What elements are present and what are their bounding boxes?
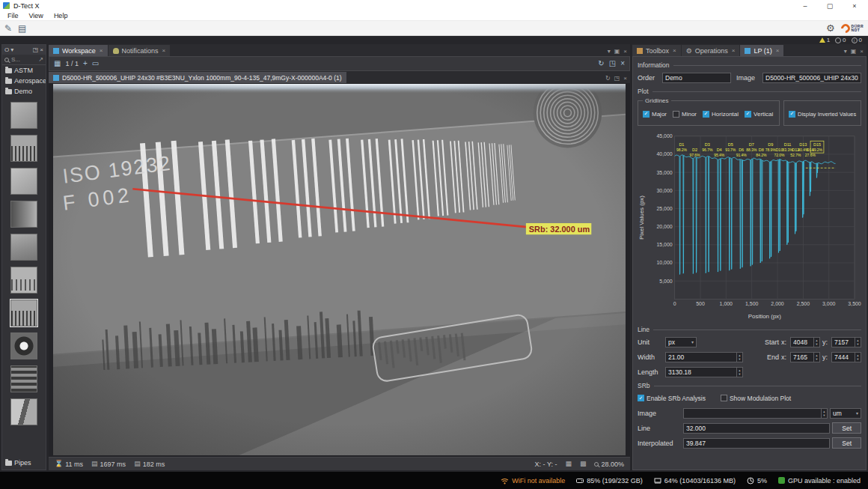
close-panel-icon[interactable]: ×: [860, 48, 864, 55]
close-panel-icon[interactable]: ×: [623, 48, 627, 55]
tab-toolbox[interactable]: Toolbox ×: [632, 45, 681, 56]
srb-image-dropdown[interactable]: ▴▾: [683, 408, 828, 419]
length-field[interactable]: 3130.18▴▾: [665, 367, 743, 377]
close-tab-icon[interactable]: ×: [776, 47, 780, 54]
spinner-icon[interactable]: ▴▾: [813, 338, 819, 347]
srb-unit-dropdown[interactable]: um▾: [830, 408, 861, 419]
end-y-field[interactable]: 7444▴▾: [831, 352, 861, 362]
close-view-icon[interactable]: ×: [620, 60, 625, 67]
close-tab-icon[interactable]: ×: [100, 47, 103, 54]
refresh-icon[interactable]: ↻: [598, 60, 604, 67]
close-tab-icon[interactable]: ×: [162, 47, 166, 54]
chevron-down-icon[interactable]: ▾: [10, 46, 13, 53]
tree-item-astm[interactable]: ASTM: [2, 65, 46, 76]
zoom-control[interactable]: 28.00%: [594, 461, 624, 468]
chevron-down-icon: ▾: [691, 339, 694, 344]
spinner-icon[interactable]: ▴▾: [821, 409, 827, 418]
grid-icon[interactable]: ▦: [565, 461, 572, 467]
xray-image[interactable]: ISO 19232 F 002 SRb: 32.000 um: [53, 84, 626, 455]
display-inverted-checkbox[interactable]: ✓Display Inverted Values: [789, 111, 856, 118]
warning-badge[interactable]: 1: [819, 37, 830, 43]
tree-item-pipes[interactable]: Pipes: [2, 458, 46, 468]
spinner-icon[interactable]: ▴▾: [855, 338, 861, 347]
image-tab[interactable]: D5000-HR_500006_UHIP 24x30 #B3E3NU_Yxlon…: [49, 72, 346, 83]
menu-file[interactable]: File: [2, 12, 24, 19]
width-field[interactable]: 21.00▴▾: [665, 352, 743, 362]
menu-view[interactable]: View: [24, 12, 49, 19]
info-badge[interactable]: i0: [852, 37, 862, 43]
maximize-icon[interactable]: ◳: [609, 60, 616, 67]
show-modulation-checkbox[interactable]: ✓Show Modulation Plot: [721, 395, 791, 402]
srb-line-set-button[interactable]: Set: [832, 422, 861, 434]
window-title: D-Tect X: [13, 2, 40, 10]
edit-report-icon[interactable]: ✎: [4, 24, 12, 33]
tab-workspace[interactable]: Workspace ×: [49, 45, 108, 56]
spinner-icon[interactable]: ▴▾: [736, 368, 742, 377]
dock-icon[interactable]: ▣: [851, 48, 857, 55]
browser-panel-header: O ▾ ◳ ×: [2, 45, 46, 55]
srb-interpolated-set-button[interactable]: Set: [832, 437, 861, 449]
tab-lp[interactable]: LP (1) ×: [740, 45, 783, 56]
start-x-field[interactable]: 4048▴▾: [790, 337, 820, 347]
srb-interpolated-field[interactable]: 39.847: [683, 438, 830, 449]
horizontal-gridlines-checkbox[interactable]: ✓Horizontal: [703, 111, 739, 118]
minor-gridlines-checkbox[interactable]: ✓Minor: [673, 111, 697, 118]
svg-text:500: 500: [696, 301, 705, 306]
image-field[interactable]: D5000-HR_500006_UHIP 24x30 #B3E3NU_Yxlon…: [762, 73, 861, 83]
close-image-icon[interactable]: ×: [623, 75, 627, 82]
grid-dots-icon[interactable]: ▩: [580, 461, 587, 467]
expand-icon[interactable]: ↗: [38, 56, 43, 63]
report-list-icon[interactable]: ▤: [18, 24, 26, 33]
spinner-icon[interactable]: ▴▾: [813, 353, 819, 362]
image-thumbnail[interactable]: [10, 234, 37, 261]
close-tab-icon[interactable]: ×: [673, 47, 676, 54]
close-tab-icon[interactable]: ×: [732, 47, 736, 54]
menu-help[interactable]: Help: [49, 12, 73, 19]
image-thumbnail[interactable]: [10, 332, 37, 359]
add-page-icon[interactable]: +: [83, 60, 88, 67]
image-thumbnail[interactable]: [10, 102, 37, 129]
image-viewer[interactable]: ISO 19232 F 002 SRb: 32.000 um: [49, 83, 630, 457]
dock-icon[interactable]: ▣: [614, 48, 620, 55]
tab-operations[interactable]: ⚙ Operations ×: [682, 45, 740, 56]
right-tabbar: Toolbox × ⚙ Operations × LP (1) × ▾ ▣ ×: [632, 44, 867, 56]
image-thumbnail[interactable]: [10, 168, 37, 195]
spinner-icon[interactable]: ▴▾: [855, 353, 861, 362]
image-thumbnail[interactable]: [10, 365, 37, 392]
panel-close-icon[interactable]: ×: [40, 46, 43, 53]
search-input[interactable]: S...: [11, 56, 20, 63]
error-badge[interactable]: 0: [835, 37, 846, 43]
spinner-icon[interactable]: ▴▾: [736, 353, 742, 362]
unit-dropdown[interactable]: px▾: [665, 337, 697, 347]
browser-search-row[interactable]: S... ↗: [2, 55, 46, 65]
close-button[interactable]: ×: [844, 0, 865, 11]
maximize-icon[interactable]: ◳: [614, 75, 620, 82]
image-thumbnail[interactable]: [10, 201, 37, 228]
end-x-field[interactable]: 7165▴▾: [790, 352, 820, 362]
tab-notifications[interactable]: Notifications ×: [109, 45, 171, 56]
image-thumbnail[interactable]: [10, 300, 37, 326]
select-region-icon[interactable]: ▭: [92, 60, 99, 67]
image-thumbnail[interactable]: [10, 135, 37, 162]
start-y-field[interactable]: 7157▴▾: [831, 337, 861, 347]
layout-grid-icon[interactable]: ▦: [54, 60, 61, 67]
tree-item-aerospace[interactable]: Aerospace: [2, 76, 46, 86]
chevron-down-icon[interactable]: ▾: [608, 48, 611, 55]
enable-srb-checkbox[interactable]: ✓Enable SRb Analysis: [638, 395, 706, 402]
sync-icon[interactable]: ↻: [605, 75, 611, 82]
order-field[interactable]: Demo: [662, 73, 731, 83]
undock-icon[interactable]: ◳: [33, 46, 39, 53]
minimize-button[interactable]: –: [795, 0, 816, 11]
vertical-gridlines-checkbox[interactable]: ✓Vertical: [745, 111, 773, 118]
tree-item-demo[interactable]: Demo: [2, 86, 46, 97]
render-time: ▤182 ms: [134, 461, 165, 468]
restore-button[interactable]: ▢: [819, 0, 840, 11]
image-thumbnail[interactable]: [10, 267, 37, 294]
major-gridlines-checkbox[interactable]: ✓Major: [643, 111, 667, 118]
image-thumbnail[interactable]: [10, 398, 37, 425]
svg-text:D9: D9: [768, 142, 773, 147]
settings-gear-icon[interactable]: ⚙: [826, 23, 835, 33]
srb-line-field[interactable]: 32.000: [683, 423, 830, 434]
svg-text:96.7%: 96.7%: [702, 148, 713, 152]
chevron-down-icon[interactable]: ▾: [844, 48, 847, 55]
